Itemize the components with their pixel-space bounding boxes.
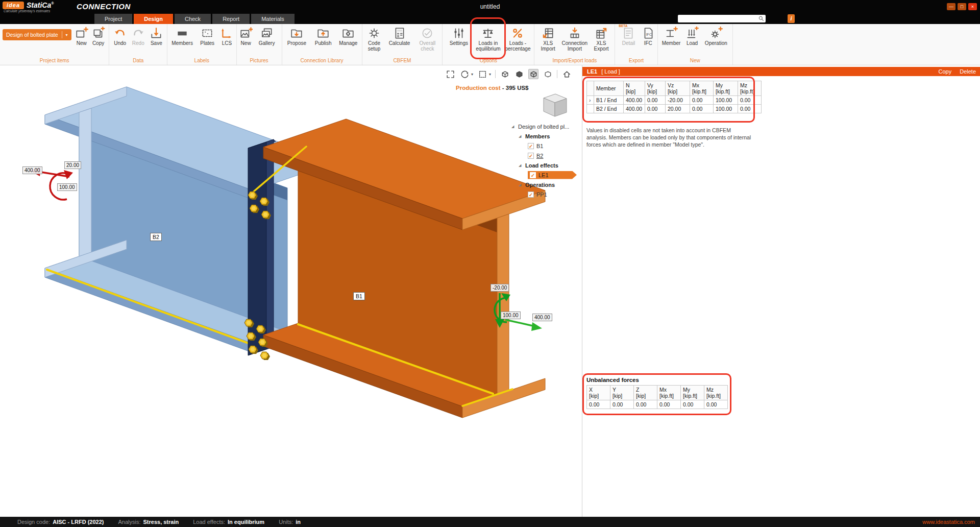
unbalanced-forces-table: X[kip]Y[kip]Z[kip]Mx[kip.ft]My[kip.ft]Mz… [586,385,728,409]
load-title: LE1 [587,68,597,75]
selected-load-banner[interactable]: ✓LE1 [528,171,577,179]
copy-load-button[interactable]: Copy [939,68,952,75]
undo-button[interactable]: Undo [111,24,129,52]
propose-button[interactable]: Propose [284,24,310,52]
member-label-b2[interactable]: B2 [150,233,162,241]
ifc-button[interactable]: IFCIFC [641,24,656,52]
tree-expand-icon[interactable]: ◢ [519,134,523,138]
tab-design[interactable]: Design [134,14,173,24]
detail-icon [622,27,635,40]
new-button[interactable]: New [74,24,89,52]
search-box[interactable] [678,15,766,22]
beam-b1[interactable] [263,119,545,418]
member-new-icon [665,27,678,40]
ribbon-group-import-export-loads: XLS ImportConnection ImportXLS ExportImp… [534,24,615,65]
render-transparent-icon[interactable] [543,69,553,79]
tree-item-operations[interactable]: ◢Operations [510,180,582,189]
members-button[interactable]: Members [169,24,195,52]
tree-item-members[interactable]: ◢Members [510,131,582,141]
save-button[interactable]: Save [148,24,166,52]
member-forces-table[interactable]: MemberN[kip]Vy[kip]Vz[kip]Mx[kip.ft]My[k… [586,81,762,113]
tree-expand-icon[interactable]: ◢ [519,163,523,167]
gear-icon [368,27,381,40]
tree-item-design-of-bolted-pl[interactable]: ◢Design of bolted pl... [510,122,582,131]
load-value-right-my: 100.00 [501,312,521,319]
status-units: Units:in [279,519,301,525]
checkbox-checked-icon[interactable]: ✓ [528,143,534,149]
propose-icon [290,27,303,40]
tab-project[interactable]: Project [94,14,132,24]
render-shaded-icon[interactable] [528,69,538,79]
minimize-button[interactable]: — [947,3,955,10]
title-bar: idea StatiCa® Calculate yesterday's esti… [0,0,980,14]
render-solid-icon[interactable] [514,69,524,79]
settings-button[interactable]: Settings [444,24,473,52]
members-icon [176,27,189,40]
search-input[interactable] [678,15,758,22]
calculate-button[interactable]: Calculate [385,24,414,52]
new-button[interactable]: New [238,24,254,52]
section-box-icon[interactable] [477,69,487,79]
connection-import-button[interactable]: Connection Import [560,24,590,52]
undo-icon [113,27,127,40]
tree-item-pp1[interactable]: ✓PP1 [510,189,582,199]
close-button[interactable]: × [968,3,977,10]
code-setup-button[interactable]: Code setup [364,24,385,52]
tree-item-load-effects[interactable]: ◢Load effects [510,160,582,170]
load-panel-header: LE1 [ Load ] Copy Delete [582,67,980,76]
table-row[interactable]: B2 / End400.000.0020.000.00100.000.00 [587,105,762,113]
navigation-cube[interactable] [536,92,571,121]
publish-button[interactable]: Publish [310,24,336,52]
toolbar-separator [495,70,496,78]
ribbon-group-pictures: NewGalleryPictures [237,24,282,65]
operation-button[interactable]: Operation [701,24,731,52]
load-value-left-my: 100.00 [57,183,77,191]
website-link[interactable]: www.ideastatica.com [922,519,975,525]
member-button[interactable]: Member [659,24,683,52]
checkbox-checked-icon[interactable]: ✓ [528,153,534,159]
loads-in-equilibrium-button[interactable]: Loads in equilibrium [473,24,503,52]
tab-check[interactable]: Check [175,14,211,24]
tree-expand-icon[interactable]: ◢ [519,183,523,187]
load-panel-note: Values in disabled cells are not taken i… [586,127,753,149]
tree-item-le1[interactable]: ✓LE1 [510,170,582,180]
ribbon-group-export: BETADetailIFCIFCExport [615,24,658,65]
copy-button[interactable]: Copy [89,24,108,52]
ribbon-group-new: MemberLoadOperationNew [658,24,733,65]
tab-materials[interactable]: Materials [251,14,295,24]
orbit-icon[interactable] [459,69,470,79]
delete-load-button[interactable]: Delete [960,68,976,75]
fit-view-icon[interactable] [445,69,455,79]
home-view-icon[interactable] [561,69,572,79]
ribbon-group-labels: MembersPlatesLCSLabels [167,24,236,65]
plates-button[interactable]: Plates [195,24,219,52]
section-chevron-icon[interactable]: ▾ [489,72,491,77]
xls-export-button[interactable]: XLS Export [590,24,613,52]
redo-button: Redo [129,24,148,52]
xls-import-button[interactable]: XLS Import [536,24,559,52]
tree-expand-icon[interactable]: ◢ [511,125,516,129]
design-of-bolted-plate-dropdown[interactable]: Design of bolted plate▾ [3,29,71,40]
info-button[interactable]: i [788,14,795,23]
manage-button[interactable]: Manage [336,24,360,52]
orbit-chevron-icon[interactable]: ▾ [471,72,473,77]
loads-percentage-button[interactable]: Loads - percentage [503,24,532,52]
beam-b2[interactable] [45,87,335,353]
load-value-right-vz: -20.00 [491,284,509,292]
tree-item-b2[interactable]: ✓B2 [510,151,582,160]
tree-item-b1[interactable]: ✓B1 [510,141,582,151]
calculate-icon [393,27,406,40]
tab-report[interactable]: Report [212,14,250,24]
checkbox-checked-icon[interactable]: ✓ [530,172,536,178]
viewport-3d[interactable]: ▾ ▾ Production cost - 395 US$ ◢Design of… [0,65,582,517]
member-label-b1[interactable]: B1 [353,292,365,300]
ribbon-group-cbfem: Code setupCalculateOverall checkCBFEM [362,24,443,65]
render-wireframe-icon[interactable] [500,69,510,79]
viewport-toolbar: ▾ ▾ [445,69,572,79]
maximize-button[interactable]: □ [958,3,966,10]
checkbox-checked-icon[interactable]: ✓ [528,191,534,198]
lcs-button[interactable]: LCS [219,24,234,52]
gallery-button[interactable]: Gallery [254,24,280,52]
load-button[interactable]: Load [683,24,701,52]
table-row[interactable]: ›B1 / End400.000.00-20.000.00100.000.00 [587,96,762,105]
